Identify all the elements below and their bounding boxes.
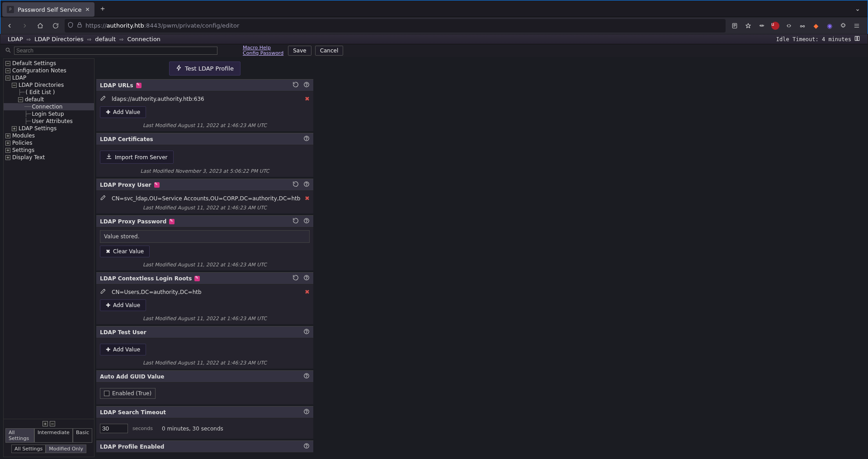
delete-icon[interactable]: ✖ (305, 289, 310, 295)
filter-all-settings[interactable]: All Settings (5, 428, 34, 443)
chevron-right-icon: ⇨ (85, 37, 93, 43)
tree-item[interactable]: ├─User Attributes (4, 118, 94, 125)
url-bar[interactable]: https://authority.htb:8443/pwm/private/c… (65, 19, 726, 33)
delete-icon[interactable]: ✖ (305, 95, 310, 102)
home-button[interactable] (34, 19, 47, 32)
crumb-connection[interactable]: Connection (127, 36, 161, 43)
reader-icon[interactable] (728, 19, 741, 32)
collapse-icon[interactable]: − (5, 68, 10, 73)
reset-icon[interactable] (292, 274, 299, 282)
timeout-input[interactable] (100, 424, 128, 433)
tree-item[interactable]: +Modules (4, 132, 94, 139)
tree-item[interactable]: −LDAP (4, 74, 94, 81)
help-icon[interactable] (303, 443, 310, 450)
ublock-icon[interactable]: u (769, 19, 782, 32)
breadcrumb: LDAP ⇨ LDAP Directories ⇨ default ⇨ Conn… (0, 34, 868, 44)
filter-modified-only[interactable]: Modified Only (46, 445, 86, 453)
tree-item-label: Login Setup (32, 111, 64, 117)
reset-icon[interactable] (292, 181, 299, 189)
add-value-button[interactable]: ✚Add Value (100, 299, 146, 311)
menu-icon[interactable] (850, 19, 863, 32)
reload-button[interactable] (49, 19, 62, 32)
tree-item[interactable]: +Policies (4, 139, 94, 147)
bookmark-icon[interactable] (742, 19, 755, 32)
search-input[interactable] (14, 47, 217, 55)
last-modified: Last Modified August 11, 2022 at 1:46:23… (96, 121, 313, 131)
save-button[interactable]: Save (288, 46, 311, 56)
expand-icon[interactable]: + (5, 155, 10, 160)
collapse-icon[interactable]: − (18, 97, 23, 102)
tree-item[interactable]: −default (4, 96, 94, 103)
crumb-ldap[interactable]: LDAP (8, 36, 23, 43)
add-value-button[interactable]: ✚Add Value (100, 106, 146, 118)
cancel-button[interactable]: Cancel (315, 46, 344, 56)
last-modified: Last Modified August 11, 2022 at 1:46:23… (96, 358, 313, 369)
forward-button[interactable] (19, 19, 31, 32)
tree-item[interactable]: ├─Login Setup (4, 110, 94, 118)
tree-item[interactable]: ──Connection (4, 103, 94, 110)
devtools-icon[interactable] (783, 19, 795, 32)
help-icon[interactable] (303, 373, 310, 380)
crumb-dirs[interactable]: LDAP Directories (34, 36, 84, 43)
clear-value-button[interactable]: ✖Clear Value (100, 246, 150, 257)
expand-all-button[interactable]: + (42, 421, 48, 426)
back-button[interactable] (3, 19, 16, 32)
help-icon[interactable] (303, 408, 310, 416)
glasses-icon[interactable] (796, 19, 809, 32)
extensions-icon[interactable] (837, 19, 849, 32)
help-icon[interactable] (303, 181, 310, 189)
tree-item[interactable]: ├─( Edit List ) (4, 89, 94, 96)
expand-icon[interactable]: + (5, 133, 10, 138)
reset-icon[interactable] (292, 218, 299, 225)
browser-tab[interactable]: P Password Self Service ✕ (2, 2, 94, 17)
filter-all-settings-2[interactable]: All Settings (11, 445, 46, 453)
edit-icon[interactable] (100, 95, 106, 103)
mask-icon[interactable] (755, 19, 768, 32)
close-icon[interactable]: ✕ (85, 6, 90, 13)
add-value-button[interactable]: ✚Add Value (100, 344, 146, 355)
checkbox-icon (104, 391, 109, 396)
help-icon[interactable] (303, 135, 310, 143)
filter-basic[interactable]: Basic (73, 428, 92, 443)
tree-item[interactable]: −Default Settings (4, 60, 94, 67)
edit-icon[interactable] (100, 288, 106, 296)
help-icon[interactable] (303, 218, 310, 225)
panel-title: LDAP Certificates (100, 136, 153, 142)
tree-line-icon: ├─ (18, 89, 24, 95)
filter-intermediate[interactable]: Intermediate (34, 428, 73, 443)
help-icon[interactable] (303, 81, 310, 89)
last-modified: Last Modified November 3, 2023 at 5:06:2… (96, 166, 313, 177)
collapse-icon[interactable]: − (5, 76, 10, 80)
reset-icon[interactable] (292, 81, 299, 89)
shield-icon[interactable] (67, 22, 74, 29)
tree-item[interactable]: +Display Text (4, 154, 94, 161)
edit-icon[interactable] (100, 194, 106, 202)
expand-icon[interactable]: + (5, 148, 10, 153)
tree-item-label: Display Text (12, 154, 45, 161)
panel-login-roots: LDAP Contextless Login Roots CN=Users,DC… (96, 272, 313, 324)
config-password-link[interactable]: Config Password (243, 51, 283, 56)
search-icon (5, 47, 11, 55)
delete-icon[interactable]: ✖ (305, 195, 310, 202)
book-icon[interactable] (854, 35, 860, 43)
fox-icon[interactable]: ◆ (810, 19, 822, 32)
collapse-icon[interactable]: − (5, 61, 10, 66)
expand-icon[interactable]: + (12, 126, 17, 131)
tree-item[interactable]: +Settings (4, 147, 94, 154)
test-ldap-profile-button[interactable]: Test LDAP Profile (169, 62, 241, 76)
expand-icon[interactable]: + (5, 141, 10, 146)
lock-icon[interactable] (76, 22, 83, 29)
new-tab-button[interactable]: ＋ (94, 4, 111, 14)
help-icon[interactable] (303, 274, 310, 282)
guid-checkbox[interactable]: Enabled (True) (100, 388, 156, 399)
collapse-icon[interactable]: − (12, 83, 17, 88)
ghost-icon[interactable]: ◉ (823, 19, 836, 32)
tree-item[interactable]: −LDAP Directories (4, 81, 94, 89)
help-icon[interactable] (303, 328, 310, 336)
tree-item[interactable]: +LDAP Settings (4, 125, 94, 132)
import-from-server-button[interactable]: Import From Server (100, 151, 174, 164)
collapse-all-button[interactable]: − (50, 421, 55, 426)
crumb-default[interactable]: default (95, 36, 116, 43)
tree-item[interactable]: −Configuration Notes (4, 67, 94, 74)
tabs-dropdown-icon[interactable]: ⌄ (849, 5, 866, 12)
